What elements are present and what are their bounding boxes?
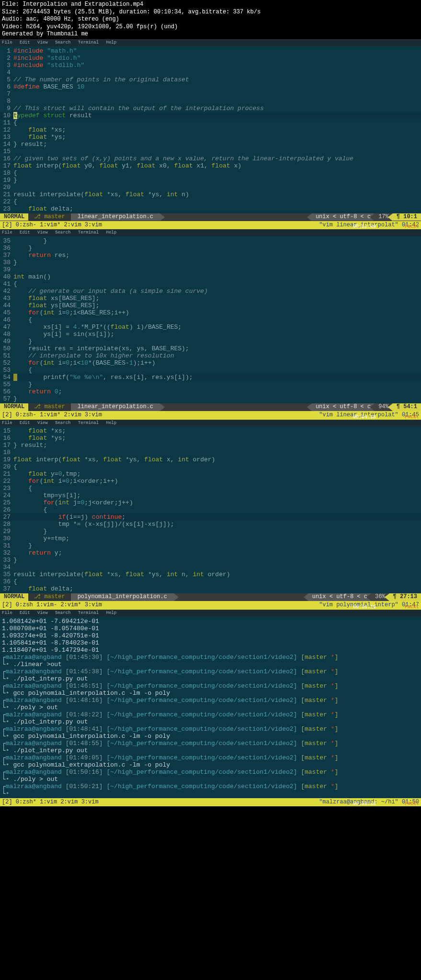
code-content[interactable] [13,184,421,191]
code-line[interactable]: 20 [0,184,421,191]
code-line[interactable]: 47 xs[i] = 4.*M_PI*((float) i)/BASE_RES; [0,323,421,331]
code-content[interactable]: result res = interpolate(xs, ys, BASE_RE… [13,345,421,352]
code-line[interactable]: 50 result res = interpolate(xs, ys, BASE… [0,345,421,352]
menu-search[interactable]: Search [55,40,70,45]
code-content[interactable]: { [13,463,421,470]
code-line[interactable]: 42 // generate our input data (a simple … [0,288,421,295]
code-content[interactable]: return res; [13,252,421,259]
code-line[interactable]: 54 printf("%e %e\n", res.xs[i], res.ys[i… [0,374,421,381]
code-line[interactable]: 19} [0,177,421,184]
code-line[interactable]: 1#include "math.h" [0,47,421,55]
code-line[interactable]: 25 for(int j=0;j<order;j++) [0,499,421,506]
code-line[interactable]: 34 [0,564,421,571]
command-line[interactable]: └• gcc polynomial_extrapolation.c -lm -o… [2,761,419,768]
code-content[interactable]: // given two sets of (x,y) points and a … [13,155,421,162]
code-content[interactable]: } [13,395,421,402]
code-content[interactable]: // The number of points in the original … [13,76,421,83]
code-content[interactable]: { [13,169,421,177]
code-content[interactable]: float y=0,tmp; [13,470,421,478]
terminal-menu-bar[interactable]: File Edit View Search Terminal Help [0,610,421,617]
code-content[interactable]: for(int j=0;j<order;j++) [13,499,421,506]
code-content[interactable]: } result; [13,442,421,449]
code-content[interactable]: float xs[BASE_RES]; [13,295,421,302]
editor-area-2[interactable]: 35 }36 }37 return res;38}3940int main()4… [0,236,421,403]
code-line[interactable]: 7 [0,90,421,98]
code-line[interactable]: 43 float xs[BASE_RES]; [0,295,421,302]
code-content[interactable]: float ys[BASE_RES]; [13,302,421,309]
code-content[interactable]: for(int i=0;i<order;i++) [13,478,421,485]
code-line[interactable]: 39 [0,266,421,273]
code-content[interactable]: } [13,542,421,549]
code-content[interactable]: { [13,367,421,374]
code-content[interactable]: float interp(float y0, float y1, float x… [13,162,421,169]
menu-terminal[interactable]: Terminal [78,40,99,45]
code-content[interactable]: int main() [13,273,421,280]
code-content[interactable]: return 0; [13,388,421,395]
code-content[interactable]: } [13,381,421,388]
code-line[interactable]: 2#include "stdio.h" [0,55,421,62]
code-line[interactable]: 14} result; [0,141,421,148]
code-content[interactable]: return y; [13,549,421,557]
code-content[interactable]: xs[i] = 4.*M_PI*((float) i)/BASE_RES; [13,323,421,331]
editor-area-1[interactable]: 1#include "math.h"2#include "stdio.h"3#i… [0,46,421,213]
code-content[interactable] [13,266,421,273]
code-line[interactable]: 19float interp(float *xs, float *ys, flo… [0,456,421,463]
code-content[interactable]: { [13,506,421,513]
code-line[interactable]: 13 float *ys; [0,134,421,141]
code-content[interactable]: float *ys; [13,434,421,442]
code-line[interactable]: 10typedef struct result [0,112,421,119]
code-content[interactable]: } [13,557,421,564]
menu-file[interactable]: File [2,40,12,45]
code-content[interactable]: } [13,528,421,535]
code-line[interactable]: 32 return y; [0,549,421,557]
code-line[interactable]: 23 { [0,485,421,492]
code-content[interactable]: float *xs; [13,126,421,134]
command-line[interactable]: └• ./poly > out [2,704,419,711]
code-line[interactable]: 38} [0,259,421,266]
code-line[interactable]: 5// The number of points in the original… [0,76,421,83]
code-content[interactable]: if(i==j) continue; [13,513,421,521]
code-content[interactable]: for(int i=0;i<10*(BASE_RES-1);i++) [13,359,421,367]
code-content[interactable] [13,148,421,155]
code-content[interactable]: typedef struct result [13,112,421,119]
command-line[interactable]: └• gcc polynomial_interpolation.c -lm -o… [2,690,419,697]
code-line[interactable]: 3#include "stdlib.h" [0,62,421,69]
code-line[interactable]: 15 [0,148,421,155]
code-content[interactable]: float *ys; [13,134,421,141]
menu-view[interactable]: View [37,40,48,45]
code-line[interactable]: 57} [0,395,421,402]
code-line[interactable]: 15 float *xs; [0,427,421,434]
terminal-output[interactable]: 1.068142e+01 -7.694212e-011.080708e+01 -… [0,617,421,798]
code-line[interactable]: 24 tmp=ys[i]; [0,492,421,499]
code-content[interactable]: y+=tmp; [13,535,421,542]
code-content[interactable]: tmp *= (x-xs[j])/(xs[i]-xs[j]); [13,521,421,528]
code-line[interactable]: 48 ys[i] = sin(xs[i]); [0,331,421,338]
code-line[interactable]: 36{ [0,578,421,585]
code-content[interactable]: // interpolate to 10x higher resolution [13,352,421,359]
code-line[interactable]: 44 float ys[BASE_RES]; [0,302,421,309]
code-line[interactable]: 27 if(i==j) continue; [0,513,421,521]
code-line[interactable]: 28 tmp *= (x-xs[j])/(xs[i]-xs[j]); [0,521,421,528]
command-line[interactable]: └• ./linear >out [2,661,419,668]
code-line[interactable]: 52 for(int i=0;i<10*(BASE_RES-1);i++) [0,359,421,367]
code-content[interactable]: float interp(float *xs, float *ys, float… [13,456,421,463]
code-content[interactable]: result interpolate(float *xs, float *ys,… [13,571,421,578]
code-content[interactable]: #define BASE_RES 10 [13,83,421,90]
code-line[interactable]: 37 return res; [0,252,421,259]
command-line[interactable]: └• ./plot_interp.py out [2,718,419,725]
code-line[interactable]: 20{ [0,463,421,470]
code-content[interactable]: #include "stdlib.h" [13,62,421,69]
code-line[interactable]: 23 float delta; [0,205,421,212]
code-line[interactable]: 33} [0,557,421,564]
menu-help[interactable]: Help [106,40,116,45]
code-line[interactable]: 21result interpolate(float *xs, float *y… [0,191,421,198]
code-line[interactable]: 17} result; [0,442,421,449]
code-content[interactable]: } [13,177,421,184]
code-content[interactable] [13,90,421,98]
code-line[interactable]: 17float interp(float y0, float y1, float… [0,162,421,169]
code-line[interactable]: 26 { [0,506,421,513]
terminal-menu-bar[interactable]: File Edit View Search Terminal Help [0,420,421,427]
code-line[interactable]: 41{ [0,280,421,288]
code-line[interactable]: 22{ [0,198,421,205]
code-line[interactable]: 37 float delta; [0,585,421,592]
